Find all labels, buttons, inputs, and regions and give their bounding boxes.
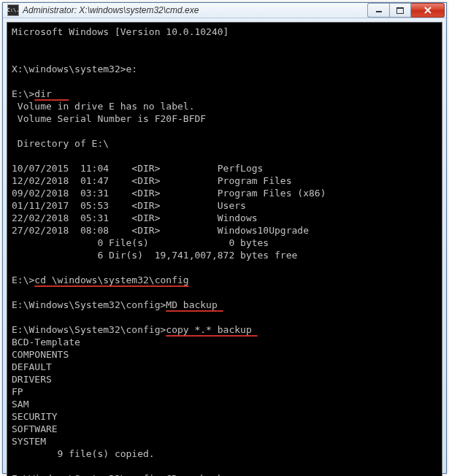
cmd-copy: copy *.* backup: [166, 324, 251, 335]
dir-row: 22/02/2018 05:31 <DIR> Windows: [12, 212, 258, 223]
cmd: e:: [126, 64, 138, 74]
dir-summary: 0 File(s) 0 bytes: [12, 237, 269, 248]
file-copied: DRIVERS: [12, 374, 52, 385]
titlebar[interactable]: C:\. Administrator: X:\windows\system32\…: [3, 3, 446, 18]
dir-row: 12/02/2018 01:47 <DIR> Program Files: [12, 175, 292, 186]
prompt: X:\windows\system32>: [12, 64, 126, 74]
file-copied: FP: [12, 386, 23, 397]
file-copied: SECURITY: [12, 411, 58, 422]
cmd-cd-regback: CD regback: [166, 473, 223, 476]
terminal[interactable]: Microsoft Windows [Version 10.0.10240] X…: [7, 22, 442, 476]
copy-result: 9 file(s) copied.: [12, 448, 155, 459]
maximize-button[interactable]: [389, 3, 411, 18]
output: Volume in drive E has no label.: [12, 101, 194, 112]
dir-row: 09/02/2018 03:31 <DIR> Program Files (x8…: [12, 188, 326, 199]
prompt: E:\Windows\System32\config>: [12, 473, 166, 476]
window: C:\. Administrator: X:\windows\system32\…: [2, 2, 447, 474]
file-copied: DEFAULT: [12, 361, 52, 372]
file-copied: SYSTEM: [12, 436, 46, 447]
svg-rect-2: [396, 7, 404, 9]
output: Volume Serial Number is F20F-BFDF: [12, 113, 206, 124]
dir-row: 27/02/2018 08:08 <DIR> Windows10Upgrade: [12, 225, 309, 236]
window-title: Administrator: X:\windows\system32\cmd.e…: [23, 5, 367, 15]
window-controls: [367, 3, 445, 18]
svg-rect-0: [376, 11, 382, 12]
prompt: E:\Windows\System32\config>: [12, 324, 166, 335]
prompt: E:\Windows\System32\config>: [12, 299, 166, 310]
dir-row: 01/11/2017 05:53 <DIR> Users: [12, 200, 246, 211]
file-copied: SOFTWARE: [12, 423, 58, 434]
dir-summary: 6 Dir(s) 19,741,007,872 bytes free: [12, 250, 297, 261]
output: Directory of E:\: [12, 138, 109, 149]
cmd-cd: cd \windows\system32\config: [34, 275, 188, 285]
cmd-md: MD backup: [166, 299, 217, 310]
dir-row: 10/07/2015 11:04 <DIR> PerfLogs: [12, 163, 263, 174]
version-line: Microsoft Windows [Version 10.0.10240]: [12, 26, 229, 37]
file-copied: BCD-Template: [12, 337, 80, 348]
file-copied: SAM: [12, 399, 28, 410]
prompt: E:\>: [12, 275, 34, 285]
file-copied: COMPONENTS: [12, 349, 69, 360]
cmd-icon: C:\.: [7, 4, 19, 16]
close-button[interactable]: [411, 3, 445, 18]
minimize-button[interactable]: [367, 3, 389, 18]
client-area: Microsoft Windows [Version 10.0.10240] X…: [3, 18, 446, 476]
cmd-dir: dir: [34, 88, 51, 99]
prompt: E:\>: [12, 88, 34, 99]
